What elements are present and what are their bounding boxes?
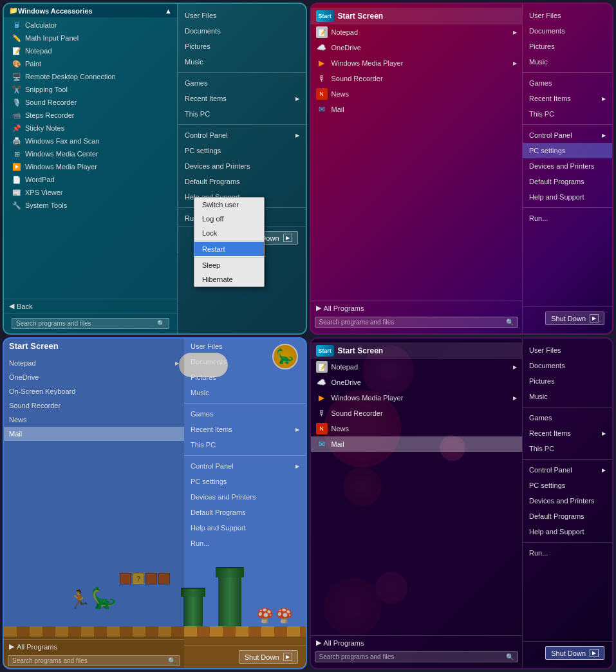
tl-pc-settings[interactable]: PC settings [178,143,306,158]
tr-media-player[interactable]: ▶ Windows Media Player ▶ [311,55,523,71]
tl-documents[interactable]: Documents [178,23,306,39]
tr-all-programs[interactable]: ▶ All Programs [316,304,518,312]
tr-recent-items[interactable]: Recent Items▶ [523,91,612,106]
tl-recent-items[interactable]: Recent Items▶ [178,91,306,106]
br-media-player[interactable]: ▶ Windows Media Player ▶ [311,390,523,406]
br-default-programs[interactable]: Default Programs [523,509,612,524]
bl-notepad[interactable]: Notepad ▶ [4,356,184,370]
bl-music[interactable]: Music [184,385,306,400]
prog-system-tools[interactable]: 🔧 System Tools [4,199,177,212]
tr-start-icon[interactable]: Start [316,10,334,22]
tr-default-programs[interactable]: Default Programs [523,174,612,189]
tr-mail[interactable]: ✉ Mail [311,102,523,117]
br-help[interactable]: Help and Support [523,524,612,539]
bl-control-panel[interactable]: Control Panel▶ [184,458,306,474]
prog-sticky[interactable]: 📌 Sticky Notes [4,122,177,135]
tr-control-panel[interactable]: Control Panel▶ [523,127,612,143]
bl-documents[interactable]: Documents [184,354,306,369]
tr-news[interactable]: N News [311,86,523,102]
log-off-item[interactable]: Log off [194,212,264,226]
tl-games[interactable]: Games [178,75,306,91]
bl-help[interactable]: Help and Support [184,520,306,536]
tr-onedrive[interactable]: ☁️ OneDrive [311,40,523,55]
sleep-item[interactable]: Sleep [194,258,264,272]
prog-wordpad[interactable]: 📄 WordPad [4,173,177,186]
prog-sound[interactable]: 🎙️ Sound Recorder [4,96,177,109]
br-pictures[interactable]: Pictures [523,373,612,389]
tr-pictures[interactable]: Pictures [523,39,612,54]
tr-user-files[interactable]: User Files [523,8,612,23]
br-all-programs[interactable]: ▶ All Programs [316,639,518,647]
br-shutdown-button[interactable]: Shut Down ▶ [545,646,604,660]
bl-pictures[interactable]: Pictures [184,369,306,385]
bl-this-pc[interactable]: This PC [184,437,306,453]
bl-user-files[interactable]: User Files [184,339,306,354]
tl-default-programs[interactable]: Default Programs [178,174,306,189]
bl-default-programs[interactable]: Default Programs [184,505,306,520]
tr-devices[interactable]: Devices and Printers [523,158,612,174]
br-games[interactable]: Games [523,410,612,425]
br-search-input[interactable] [319,653,504,660]
prog-steps[interactable]: 📹 Steps Recorder [4,109,177,122]
bl-news[interactable]: News [4,413,184,427]
tr-search-input[interactable] [319,319,504,326]
tr-help[interactable]: Help and Support [523,189,612,205]
br-user-files[interactable]: User Files [523,342,612,358]
tr-pc-settings[interactable]: PC settings [523,143,612,158]
bl-on-screen-keyboard[interactable]: On-Screen Keyboard [4,384,184,398]
switch-user-item[interactable]: Switch user [194,198,264,212]
hibernate-item[interactable]: Hibernate [194,272,264,286]
br-devices[interactable]: Devices and Printers [523,493,612,509]
tl-pictures[interactable]: Pictures [178,39,306,54]
br-news[interactable]: N News [311,421,523,436]
prog-media-center[interactable]: ⊞ Windows Media Center [4,147,177,160]
br-music[interactable]: Music [523,389,612,404]
prog-paint[interactable]: 🎨 Paint [4,57,177,70]
prog-fax[interactable]: 🖨️ Windows Fax and Scan [4,135,177,147]
prog-snipping[interactable]: ✂️ Snipping Tool [4,83,177,96]
tr-documents[interactable]: Documents [523,23,612,39]
br-documents[interactable]: Documents [523,358,612,373]
tl-user-files[interactable]: User Files [178,8,306,23]
tr-notepad[interactable]: 📝 Notepad ▶ [311,24,523,40]
br-control-panel[interactable]: Control Panel▶ [523,462,612,478]
bl-sound-recorder[interactable]: Sound Recorder [4,398,184,413]
br-recent-items[interactable]: Recent Items▶ [523,425,612,441]
tl-search-input[interactable] [16,320,154,327]
br-run[interactable]: Run... [523,545,612,561]
bl-run[interactable]: Run... [184,536,306,551]
bl-shutdown-button[interactable]: Shut Down ▶ [239,650,298,664]
tr-games[interactable]: Games [523,75,612,91]
br-mail[interactable]: ✉ Mail [311,436,523,452]
br-start-icon[interactable]: Start [316,345,334,357]
tr-shutdown-button[interactable]: Shut Down ▶ [545,312,604,325]
br-pc-settings[interactable]: PC settings [523,478,612,493]
prog-notepad[interactable]: 📝 Notepad [4,44,177,57]
bl-recent-items[interactable]: Recent Items▶ [184,422,306,437]
br-notepad[interactable]: 📝 Notepad ▶ [311,359,523,375]
lock-item[interactable]: Lock [194,226,264,240]
prog-xps[interactable]: 📰 XPS Viewer [4,186,177,199]
bl-onedrive[interactable]: OneDrive [4,370,184,384]
bl-mail[interactable]: Mail [4,427,184,441]
tl-control-panel[interactable]: Control Panel▶ [178,127,306,143]
br-sound-recorder[interactable]: 🎙 Sound Recorder [311,406,523,421]
tr-this-pc[interactable]: This PC [523,106,612,122]
tl-music[interactable]: Music [178,54,306,70]
br-this-pc[interactable]: This PC [523,441,612,456]
bl-search-input[interactable] [12,657,165,664]
br-onedrive[interactable]: ☁️ OneDrive [311,375,523,390]
prog-math-input[interactable]: ✏️ Math Input Panel [4,32,177,44]
back-button[interactable]: ◀ Back [4,299,177,313]
tr-run[interactable]: Run... [523,210,612,226]
bl-all-programs[interactable]: ▶ All Programs [9,642,179,651]
restart-item[interactable]: Restart [194,242,264,256]
tl-this-pc[interactable]: This PC [178,106,306,122]
prog-rdp[interactable]: 🖥️ Remote Desktop Connection [4,70,177,83]
prog-calculator[interactable]: 🖩 Calculator [4,19,177,32]
bl-pc-settings[interactable]: PC settings [184,474,306,489]
bl-games[interactable]: Games [184,406,306,422]
bl-devices[interactable]: Devices and Printers [184,489,306,505]
prog-media-player[interactable]: ▶️ Windows Media Player [4,160,177,173]
tr-sound-recorder[interactable]: 🎙 Sound Recorder [311,71,523,86]
